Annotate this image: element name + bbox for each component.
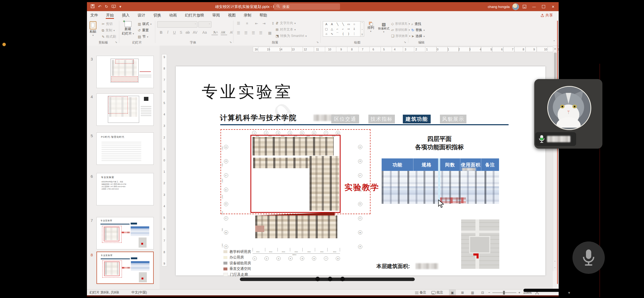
strikethrough-button[interactable]: ab bbox=[184, 30, 191, 34]
previous-slide-icon[interactable]: ⌃ bbox=[554, 261, 556, 263]
tab-file[interactable]: 文件 bbox=[87, 11, 102, 19]
search-box[interactable] bbox=[274, 3, 340, 10]
customize-qat-caret-icon[interactable]: ▾ bbox=[119, 4, 121, 9]
collapse-ribbon-icon[interactable]: ⌃ bbox=[553, 40, 555, 44]
zoom-thumb[interactable] bbox=[503, 291, 505, 295]
save-icon[interactable] bbox=[91, 4, 95, 9]
vertical-ruler[interactable]: 9876543210123456789 bbox=[162, 54, 167, 266]
copy-button[interactable]: ⧉复制▾ bbox=[102, 28, 115, 33]
shapes-more-icon[interactable]: ⊽ bbox=[361, 33, 363, 36]
tab-design[interactable]: 设计 bbox=[134, 11, 149, 19]
text-direction-button[interactable]: ⇵文字方向▾ bbox=[276, 21, 295, 25]
ribbon-display-options-icon[interactable] bbox=[521, 2, 528, 11]
paste-button[interactable]: 粘贴 ▾ bbox=[90, 21, 96, 37]
zoom-in-button[interactable]: + bbox=[518, 290, 520, 296]
scrollbar-thumb[interactable] bbox=[554, 53, 557, 82]
slide-thumbnail-7[interactable]: 专业实验室 bbox=[96, 217, 154, 249]
slide-sorter-view-button[interactable]: ⊞ bbox=[459, 290, 466, 296]
select-button[interactable]: ➤选择▾ bbox=[411, 34, 425, 38]
slide-thumbnail-6[interactable]: 专业实验室 D区四学科学院2号楼 三、四层 实验室面积: 16个房间 885×2… bbox=[96, 173, 154, 205]
search-input[interactable] bbox=[282, 5, 328, 9]
slide-thumbnail-8-selected[interactable]: 专业实验室 bbox=[96, 252, 154, 284]
meeting-participant-card[interactable] bbox=[534, 79, 602, 149]
horizontal-scrollbar[interactable] bbox=[240, 278, 415, 281]
tab-insert[interactable]: 插入 bbox=[118, 11, 133, 19]
slide-canvas[interactable]: 9 9 专业实验室 计算机科学与技术学院 区位交通 技术指标 建筑功能 风貌展示… bbox=[176, 66, 545, 275]
bullets-button[interactable]: ☰ bbox=[235, 21, 242, 25]
shapes-up-icon[interactable]: ⌃ bbox=[361, 22, 363, 24]
slide-title[interactable]: 专业实验室 bbox=[202, 81, 293, 103]
tab-review[interactable]: 审阅 bbox=[209, 11, 223, 19]
font-size-combo[interactable] bbox=[198, 21, 211, 28]
format-painter-button[interactable]: ✎格式刷 bbox=[102, 34, 116, 39]
new-slide-button[interactable]: 新建 幻灯片 ▾ bbox=[122, 21, 134, 36]
account-name[interactable]: chang hongda bbox=[488, 5, 510, 9]
normal-view-button[interactable]: ▣ bbox=[449, 290, 456, 296]
tab-help[interactable]: 帮助 bbox=[256, 11, 271, 19]
slide-counter[interactable]: 幻灯片 第8张, 共8张 bbox=[90, 290, 119, 296]
font-color-button[interactable]: A bbox=[221, 30, 227, 35]
tab-home[interactable]: 开始 bbox=[103, 11, 117, 19]
italic-button[interactable]: I bbox=[165, 30, 171, 34]
numbering-button[interactable]: ≡ bbox=[244, 21, 250, 25]
clipboard-dialog-launcher-icon[interactable]: ⇘ bbox=[115, 41, 117, 44]
redo-icon[interactable]: ↻ bbox=[105, 4, 108, 9]
undo-icon[interactable]: ↶ bbox=[98, 4, 102, 9]
horizontal-ruler[interactable]: 1615141312111098765432101234567891011121… bbox=[253, 47, 559, 52]
find-button[interactable]: ⌕查找 bbox=[411, 22, 421, 26]
scrollbar-up-icon[interactable]: ▲ bbox=[554, 47, 556, 50]
slide-thumbnail-5[interactable]: PC时代-智慧化时代 bbox=[96, 132, 154, 165]
reading-view-button[interactable]: ▥ bbox=[469, 290, 476, 296]
maximize-button[interactable] bbox=[540, 2, 548, 11]
line-spacing-button[interactable]: ⇕ bbox=[270, 21, 276, 25]
underline-button[interactable]: U bbox=[171, 30, 178, 34]
tab-record[interactable]: 录制 bbox=[240, 11, 255, 19]
shapes-gallery-scrollbar[interactable]: ⌃⌄⊽ bbox=[360, 21, 364, 37]
start-slideshow-icon[interactable] bbox=[112, 5, 116, 9]
share-button[interactable]: 共享 bbox=[541, 11, 553, 20]
change-case-button[interactable]: Aa bbox=[201, 30, 208, 34]
text-shadow-button[interactable]: S bbox=[178, 30, 184, 34]
comments-toggle[interactable]: 批注 bbox=[431, 290, 443, 296]
section-button[interactable]: ▤节▾ bbox=[138, 34, 148, 39]
decrease-indent-button[interactable]: ⇤ bbox=[253, 21, 260, 25]
slideshow-view-button[interactable]: ⊡ bbox=[479, 290, 486, 296]
align-center-button[interactable]: ☰ bbox=[243, 31, 249, 35]
language-indicator[interactable]: 中文(中国) bbox=[131, 290, 147, 296]
close-button[interactable]: ✕ bbox=[549, 2, 557, 11]
justify-button[interactable]: ☰ bbox=[258, 31, 264, 35]
paragraph-dialog-launcher-icon[interactable]: ⇘ bbox=[316, 41, 319, 44]
align-left-button[interactable]: ☰ bbox=[235, 31, 242, 35]
shapes-down-icon[interactable]: ⌄ bbox=[361, 28, 363, 30]
cut-button[interactable]: ✂剪切 bbox=[102, 22, 113, 26]
bold-button[interactable]: B bbox=[158, 30, 164, 34]
slide-thumbnail-3[interactable] bbox=[96, 56, 154, 88]
replace-button[interactable]: ↻替换▾ bbox=[411, 28, 425, 32]
font-dialog-launcher-icon[interactable]: ⇘ bbox=[230, 41, 232, 44]
next-slide-icon[interactable]: ⌄ bbox=[554, 266, 556, 269]
shape-fill-button[interactable]: ◇形状填充▾ bbox=[391, 22, 410, 26]
quick-styles-button[interactable]: ▧ 快速样式 ▾ bbox=[378, 22, 390, 33]
shape-effects-button[interactable]: ❑形状效果▾ bbox=[391, 34, 410, 38]
slide-thumbnail-4[interactable] bbox=[96, 93, 154, 126]
shape-outline-button[interactable]: ▱形状轮廓▾ bbox=[391, 28, 410, 32]
align-right-button[interactable]: ☰ bbox=[250, 31, 257, 35]
minimize-button[interactable]: — bbox=[530, 2, 538, 11]
convert-smartart-button[interactable]: ⬔转换为 SmartArt▾ bbox=[276, 34, 307, 38]
font-name-combo[interactable] bbox=[157, 21, 197, 28]
reset-button[interactable]: ↺重置 bbox=[138, 28, 149, 33]
tab-animations[interactable]: 动画 bbox=[166, 11, 180, 19]
zoom-out-button[interactable]: − bbox=[488, 290, 490, 296]
tab-transitions[interactable]: 切换 bbox=[150, 11, 165, 19]
highlight-color-button[interactable]: ✎ bbox=[211, 30, 218, 35]
tab-slideshow[interactable]: 幻灯片放映 bbox=[182, 11, 208, 19]
increase-indent-button[interactable]: ⇥ bbox=[261, 21, 267, 25]
align-text-button[interactable]: ⊞对齐文本▾ bbox=[276, 27, 295, 32]
columns-button[interactable]: ▦ bbox=[267, 31, 273, 35]
microphone-button[interactable] bbox=[572, 241, 605, 274]
notes-toggle[interactable]: 备注 bbox=[415, 290, 426, 296]
character-spacing-button[interactable]: AV bbox=[192, 30, 198, 34]
layout-button[interactable]: ▥版式▾ bbox=[138, 22, 152, 26]
tab-view[interactable]: 视图 bbox=[224, 11, 239, 19]
arrange-button[interactable]: 排列 ▾ bbox=[365, 22, 377, 33]
